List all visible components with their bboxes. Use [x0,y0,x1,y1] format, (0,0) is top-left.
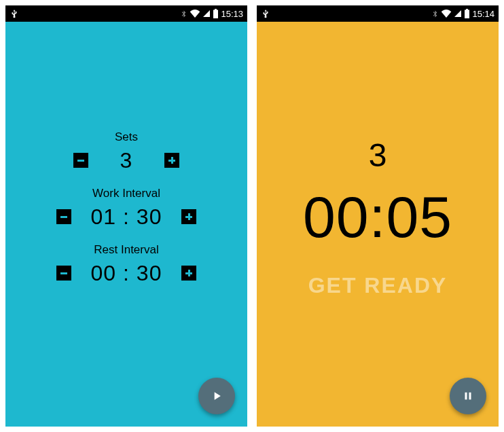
pause-button[interactable] [450,378,486,414]
bluetooth-icon [431,9,439,18]
clock-text: 15:13 [221,9,243,19]
signal-icon [454,10,462,18]
rest-interval-group: Rest Interval 00 : 30 [56,243,196,286]
work-increment-button[interactable] [181,209,196,224]
rest-increment-button[interactable] [181,266,196,281]
sets-label: Sets [115,130,138,144]
sets-value: 3 [106,148,147,173]
work-decrement-button[interactable] [56,209,71,224]
status-bar: 15:14 [257,5,499,22]
phase-label: GET READY [308,273,448,298]
wifi-icon [441,10,452,18]
bluetooth-icon [180,9,187,18]
usb-icon [261,9,270,18]
play-button[interactable] [198,378,235,414]
rest-decrement-button[interactable] [56,266,71,281]
work-interval-group: Work Interval 01 : 30 [56,187,196,230]
battery-icon [213,9,219,18]
signal-icon [202,10,211,18]
play-icon [210,389,223,403]
pause-icon [462,390,474,402]
battery-icon [464,9,470,18]
usb-icon [10,9,19,18]
work-interval-value: 01 : 30 [89,204,164,230]
sets-increment-button[interactable] [164,153,179,168]
rest-interval-value: 00 : 30 [89,261,164,286]
sets-decrement-button[interactable] [73,153,88,168]
rest-interval-label: Rest Interval [94,243,158,257]
sets-group: Sets 3 [73,130,179,173]
phone-config: 15:13 Sets 3 Work Interval 01 : 30 [5,5,247,427]
work-interval-label: Work Interval [92,187,160,200]
countdown-screen: 3 00:05 GET READY [257,22,499,427]
wifi-icon [190,10,200,18]
status-bar: 15:13 [5,5,247,22]
phone-countdown: 15:14 3 00:05 GET READY [257,5,499,427]
current-set-number: 3 [369,137,387,174]
config-screen: Sets 3 Work Interval 01 : 30 Rest Interv… [5,22,247,427]
countdown-timer: 00:05 [303,187,452,246]
clock-text: 15:14 [472,9,494,19]
